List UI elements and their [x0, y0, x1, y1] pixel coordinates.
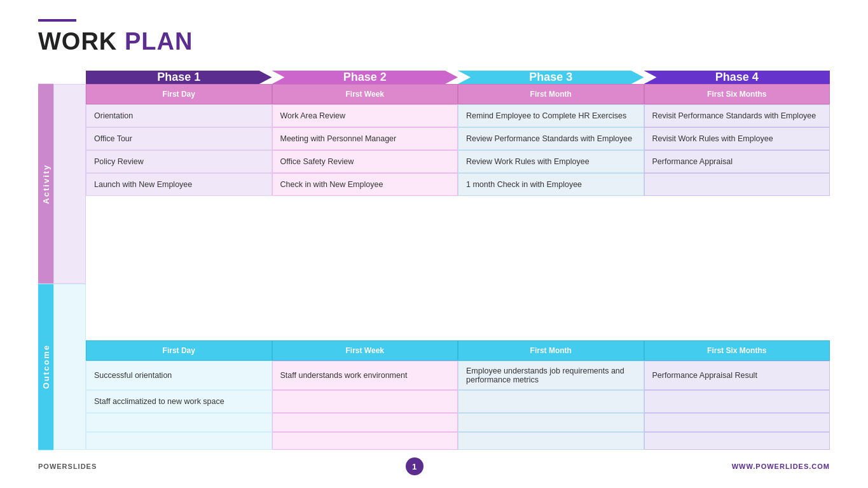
activity-data-row-1: Orientation Work Area Review Remind Empl…: [86, 104, 830, 127]
activity-r4-c2: Check in with New Employee: [272, 173, 458, 196]
activity-r2-c1: Office Tour: [86, 127, 272, 150]
activity-header-col1: First Day: [86, 84, 272, 104]
activity-r4-c1: Launch with New Employee: [86, 173, 272, 196]
activity-data-row-4: Launch with New Employee Check in with N…: [86, 173, 830, 196]
activity-r3-c1: Policy Review: [86, 150, 272, 173]
footer-center: 1: [380, 457, 449, 475]
outcome-r3-c4: [644, 413, 830, 432]
header: WORK PLAN: [38, 19, 830, 55]
activity-r4-c4: [644, 173, 830, 196]
outcome-r4-c1: [86, 432, 272, 450]
outcome-r2-c2: [272, 390, 458, 413]
table-wrapper: Activity Outcome Fir: [38, 84, 830, 450]
page-title: WORK PLAN: [38, 28, 830, 55]
activity-label: Activity: [38, 84, 53, 284]
footer: POWERSLIDES 1 WWW.POWERLIDES.COM: [38, 457, 830, 475]
activity-r3-c2: Office Safety Review: [272, 150, 458, 173]
activity-data-row-3: Policy Review Office Safety Review Revie…: [86, 150, 830, 173]
outcome-r1-c4: Performance Appraisal Result: [644, 361, 830, 390]
outcome-r1-c3: Employee understands job requirements an…: [458, 361, 644, 390]
outcome-data-row-4: [86, 432, 830, 450]
outcome-header-col1: First Day: [86, 340, 272, 361]
activity-section: First Day First Week First Month First S…: [86, 84, 830, 340]
outcome-section: First Day First Week First Month First S…: [86, 340, 830, 450]
footer-right-label: WWW.POWERLIDES.COM: [732, 463, 830, 470]
outcome-r3-c2: [272, 413, 458, 432]
outcome-header-col2: First Week: [272, 340, 458, 361]
footer-left-label: POWERSLIDES: [38, 463, 97, 470]
outcome-r2-c1: Staff acclimatized to new work space: [86, 390, 272, 413]
activity-r2-c4: Revisit Work Rules with Employee: [644, 127, 830, 150]
outcome-r3-c3: [458, 413, 644, 432]
outcome-header-row: First Day First Week First Month First S…: [86, 340, 830, 361]
outcome-r3-c1: [86, 413, 272, 432]
outcome-r2-c4: [644, 390, 830, 413]
activity-r4-c3: 1 month Check in with Employee: [458, 173, 644, 196]
outcome-r4-c4: [644, 432, 830, 450]
phase-4-arrow: Phase 4: [644, 71, 830, 84]
activity-r3-c4: Performance Appraisal: [644, 150, 830, 173]
plan-container: Phase 1 Phase 2 Phase 3 Phase 4 Activity: [38, 71, 830, 450]
activity-header-col4: First Six Months: [644, 84, 830, 104]
activity-r1-c4: Revisit Performance Standards with Emplo…: [644, 104, 830, 127]
activity-header-row: First Day First Week First Month First S…: [86, 84, 830, 104]
activity-r1-c2: Work Area Review: [272, 104, 458, 127]
outcome-r4-c2: [272, 432, 458, 450]
activity-r2-c2: Meeting with Personnel Manager: [272, 127, 458, 150]
page: WORK PLAN Phase 1 Phase 2 Phase 3 Phase …: [0, 0, 868, 488]
title-part2: PLAN: [125, 28, 193, 55]
outcome-header-col4: First Six Months: [644, 340, 830, 361]
phase-3-arrow: Phase 3: [458, 71, 644, 84]
activity-r1-c3: Remind Employee to Complete HR Exercises: [458, 104, 644, 127]
activity-r1-c1: Orientation: [86, 104, 272, 127]
outcome-r4-c3: [458, 432, 644, 450]
activity-data-row-2: Office Tour Meeting with Personnel Manag…: [86, 127, 830, 150]
phase-1-arrow: Phase 1: [86, 71, 272, 84]
outcome-header-col3: First Month: [458, 340, 644, 361]
outcome-r2-c3: [458, 390, 644, 413]
outcome-data-row-3: [86, 413, 830, 432]
phase-2-arrow: Phase 2: [272, 71, 458, 84]
outcome-label: Outcome: [38, 284, 53, 450]
title-part1: WORK: [38, 28, 125, 55]
outcome-data-row-1: Successful orientation Staff understands…: [86, 361, 830, 390]
activity-header-col2: First Week: [272, 84, 458, 104]
activity-header-col3: First Month: [458, 84, 644, 104]
outcome-data-row-2: Staff acclimatized to new work space: [86, 390, 830, 413]
header-line: [38, 19, 76, 22]
activity-r3-c3: Review Work Rules with Employee: [458, 150, 644, 173]
outcome-r1-c1: Successful orientation: [86, 361, 272, 390]
activity-r2-c3: Review Performance Standards with Employ…: [458, 127, 644, 150]
footer-page-badge: 1: [406, 457, 424, 475]
outcome-r1-c2: Staff understands work environment: [272, 361, 458, 390]
